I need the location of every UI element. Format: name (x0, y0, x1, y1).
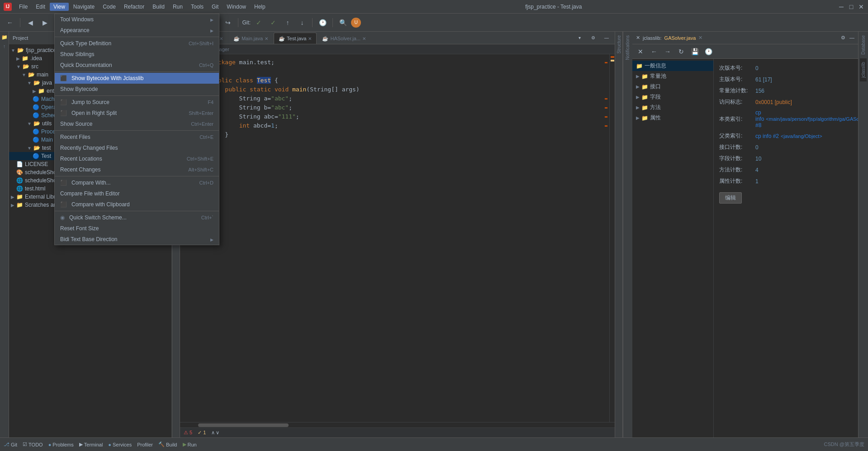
tabs-close-all[interactable]: — (600, 31, 613, 44)
menu-recent-changes[interactable]: Recent Changes Alt+Shift+C (55, 164, 219, 175)
jclasslib-tab[interactable]: jclasslib (860, 58, 867, 81)
menu-tool-windows[interactable]: Tool Windows (55, 14, 219, 25)
menu-recent-locations[interactable]: Recent Locations Ctrl+Shift+E (55, 153, 219, 164)
clock-button[interactable]: 🕐 (316, 16, 329, 29)
jclass-tree-attributes[interactable]: ▶ 📁 属性 (632, 113, 713, 123)
h-scrollbar[interactable] (180, 422, 615, 427)
menu-build[interactable]: Build (149, 3, 168, 11)
close-jclass[interactable]: ✕ (636, 35, 640, 41)
menu-appearance[interactable]: Appearance (55, 25, 219, 36)
commit-icon[interactable]: ↑ (1, 43, 8, 50)
menu-show-source[interactable]: Show Source Ctrl+Enter (55, 119, 219, 129)
jclass-close-file[interactable]: ✕ (698, 35, 702, 41)
terminal-label: Terminal (84, 442, 103, 447)
menu-jump-to-source[interactable]: ⬛ Jump to Source F4 (55, 97, 219, 108)
show-source-shortcut: Ctrl+Enter (191, 121, 213, 127)
status-problems[interactable]: ● Problems (48, 442, 74, 447)
jclass-tree-methods[interactable]: ▶ 📁 方法 (632, 102, 713, 113)
tabs-more[interactable]: ▾ (573, 31, 586, 44)
git-check2[interactable]: ✓ (267, 16, 280, 29)
jclass-close-btn[interactable]: ✕ (634, 45, 647, 58)
tab-test[interactable]: ☕ Test.java ✕ (274, 33, 317, 44)
status-todo[interactable]: ☑ TODO (23, 442, 43, 447)
menu-reset-font[interactable]: Reset Font Size (55, 223, 219, 234)
super-class-value[interactable]: cp info #2 (755, 133, 779, 139)
git-pull[interactable]: ↓ (296, 16, 308, 29)
this-class-value[interactable]: cp info #8 (755, 109, 764, 128)
menu-quick-doc[interactable]: Quick Documentation Ctrl+Q (55, 60, 219, 71)
menu-git[interactable]: Git (208, 3, 222, 11)
avatar-button[interactable]: U (351, 18, 361, 28)
menu-bidi-direction[interactable]: Bidi Text Base Direction (55, 234, 219, 245)
jclass-tree-interface[interactable]: ▶ 📁 接口 (632, 81, 713, 92)
menu-code[interactable]: Code (99, 3, 119, 11)
menu-show-bytecode-jclasslib[interactable]: ⬛ Show Bytecode With Jclasslib (55, 73, 219, 84)
this-class-link[interactable]: <main/java/person/fjsp/algorithm/ga/GASo… (766, 116, 858, 122)
editor-breadcrumb: entity › DataManager (180, 44, 615, 54)
menu-help[interactable]: Help (251, 3, 269, 11)
jclass-history[interactable]: 🕐 (702, 45, 715, 58)
tab-main-close[interactable]: ✕ (265, 36, 268, 41)
maximize-button[interactable]: □ (848, 4, 854, 10)
jclass-settings[interactable]: ⚙ (841, 35, 845, 40)
project-icon[interactable]: 📁 (1, 33, 8, 41)
appearance-label: Appearance (60, 27, 90, 33)
status-services[interactable]: ● Services (108, 442, 132, 447)
status-build[interactable]: 🔨 Build (158, 442, 177, 447)
interfaces-count-row: 接口计数: 0 (719, 143, 853, 151)
minimize-button[interactable]: ─ (838, 4, 844, 10)
notifications-tab[interactable]: Notifications (624, 32, 631, 63)
code-area[interactable]: 1234567891011 ▶ ▶ package main.test; (180, 54, 615, 422)
redo-button[interactable]: ↪ (222, 16, 234, 29)
jclass-tree-fields[interactable]: ▶ 📁 字段 (632, 92, 713, 102)
menu-window[interactable]: Window (223, 3, 250, 11)
git-push[interactable]: ↑ (281, 16, 294, 29)
jclass-tree-general[interactable]: 📁 一般信息 (632, 61, 713, 71)
menu-file[interactable]: File (15, 3, 31, 11)
close-button[interactable]: ✕ (858, 4, 864, 10)
jclass-forward[interactable]: → (661, 45, 674, 58)
super-class-link[interactable]: <java/lang/Object> (781, 133, 822, 139)
menu-quick-type-def[interactable]: Quick Type Definition Ctrl+Shift+I (55, 38, 219, 49)
menu-show-siblings[interactable]: Show Siblings (55, 49, 219, 60)
menu-refactor[interactable]: Refactor (120, 3, 148, 11)
search-button[interactable]: 🔍 (337, 16, 349, 29)
status-run[interactable]: ▶ Run (183, 442, 197, 447)
tab-test-label: Test.java (287, 36, 306, 41)
jclass-tree-constant-pool[interactable]: ▶ 📁 常量池 (632, 71, 713, 81)
menu-run[interactable]: Run (169, 3, 186, 11)
jclass-back[interactable]: ← (648, 45, 660, 58)
menu-recent-files[interactable]: Recent Files Ctrl+E (55, 132, 219, 142)
jclass-refresh[interactable]: ↻ (675, 45, 688, 58)
menu-compare-clipboard[interactable]: ⬛ Compare with Clipboard (55, 199, 219, 210)
tab-main[interactable]: ☕ Main.java ✕ (228, 33, 273, 44)
edit-button[interactable]: 编辑 (719, 192, 742, 204)
code-lines[interactable]: package main.test; public class Test { p… (207, 54, 615, 422)
tab-test-close[interactable]: ✕ (308, 36, 312, 41)
tabs-settings[interactable]: ⚙ (587, 31, 599, 44)
menu-recently-changed[interactable]: Recently Changed Files (55, 142, 219, 153)
structure-tab[interactable]: Structure (616, 32, 622, 57)
jclass-minimize[interactable]: — (849, 35, 854, 40)
menu-view[interactable]: View (50, 3, 69, 11)
tab-hasolver-close[interactable]: ✕ (362, 36, 366, 41)
jclass-save[interactable]: 💾 (688, 45, 701, 58)
database-tab[interactable]: Database (860, 32, 867, 58)
navigate-back[interactable]: ◀ (24, 16, 37, 29)
menu-tools[interactable]: Tools (187, 3, 207, 11)
menu-navigate[interactable]: Navigate (70, 3, 98, 11)
menu-compare-with[interactable]: ⬛ Compare With... Ctrl+D (55, 177, 219, 188)
status-terminal[interactable]: ▶ Terminal (79, 442, 103, 447)
menu-open-right-split[interactable]: ⬛ Open in Right Split Shift+Enter (55, 108, 219, 119)
status-git[interactable]: ⎇ Git (4, 442, 17, 447)
menu-show-bytecode[interactable]: Show Bytecode (55, 84, 219, 95)
git-check1[interactable]: ✓ (252, 16, 265, 29)
menu-quick-switch[interactable]: ◉ Quick Switch Scheme... Ctrl+` (55, 212, 219, 223)
navigate-forward[interactable]: ▶ (38, 16, 51, 29)
menu-edit[interactable]: Edit (32, 3, 49, 11)
status-profiler[interactable]: Profiler (137, 442, 153, 447)
tab-atest-close[interactable]: ✕ (219, 36, 223, 41)
back-button[interactable]: ← (4, 16, 16, 29)
menu-compare-file[interactable]: Compare File with Editor (55, 188, 219, 199)
tab-hasolver[interactable]: ☕ HASolver.ja... ✕ (317, 33, 371, 44)
